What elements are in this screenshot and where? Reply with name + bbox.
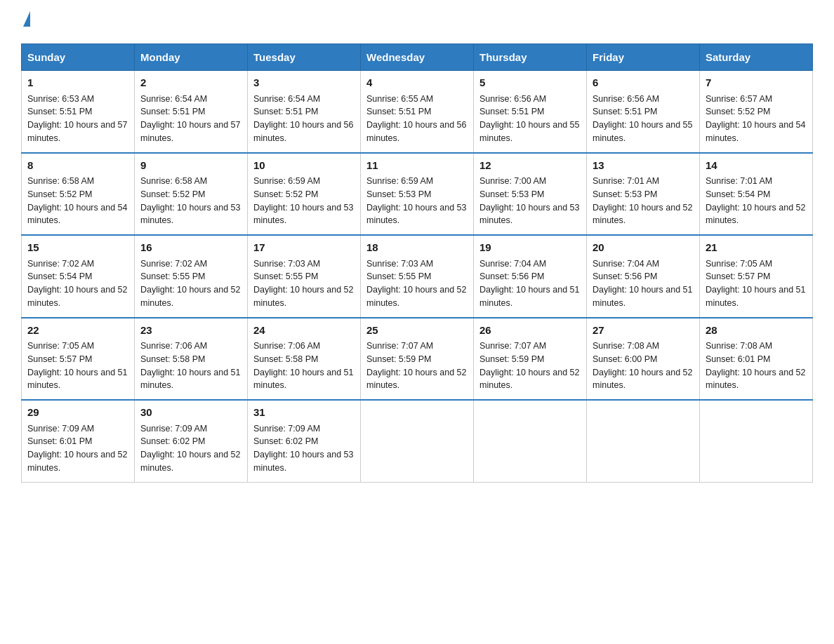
sunset-info: Sunset: 5:52 PM — [140, 189, 205, 199]
sunrise-info: Sunrise: 7:02 AM — [27, 259, 94, 269]
calendar-cell: 1Sunrise: 6:53 AMSunset: 5:51 PMDaylight… — [22, 71, 135, 153]
sunrise-info: Sunrise: 6:59 AM — [366, 176, 433, 186]
daylight-info: Daylight: 10 hours and 51 minutes. — [140, 368, 240, 391]
calendar-cell: 18Sunrise: 7:03 AMSunset: 5:55 PMDayligh… — [361, 235, 474, 318]
sunrise-info: Sunrise: 7:07 AM — [366, 341, 433, 351]
calendar-cell: 30Sunrise: 7:09 AMSunset: 6:02 PMDayligh… — [135, 400, 248, 482]
sunset-info: Sunset: 5:55 PM — [253, 271, 318, 281]
sunrise-info: Sunrise: 6:59 AM — [253, 176, 320, 186]
calendar-cell: 10Sunrise: 6:59 AMSunset: 5:52 PMDayligh… — [248, 153, 361, 236]
daylight-info: Daylight: 10 hours and 51 minutes. — [593, 285, 692, 308]
day-number: 3 — [253, 75, 355, 91]
daylight-info: Daylight: 10 hours and 56 minutes. — [366, 120, 466, 143]
sunset-info: Sunset: 5:51 PM — [140, 107, 205, 116]
calendar-cell: 14Sunrise: 7:01 AMSunset: 5:54 PMDayligh… — [700, 153, 813, 236]
daylight-info: Daylight: 10 hours and 52 minutes. — [593, 203, 692, 226]
daylight-info: Daylight: 10 hours and 52 minutes. — [593, 368, 692, 391]
sunrise-info: Sunrise: 7:08 AM — [706, 341, 772, 351]
calendar-cell: 23Sunrise: 7:06 AMSunset: 5:58 PMDayligh… — [135, 318, 248, 401]
day-number: 20 — [593, 240, 694, 256]
daylight-info: Daylight: 10 hours and 53 minutes. — [253, 203, 353, 226]
day-number: 31 — [253, 405, 355, 421]
calendar-cell: 21Sunrise: 7:05 AMSunset: 5:57 PMDayligh… — [700, 235, 813, 318]
calendar-week-row: 15Sunrise: 7:02 AMSunset: 5:54 PMDayligh… — [22, 235, 813, 318]
calendar-cell: 15Sunrise: 7:02 AMSunset: 5:54 PMDayligh… — [22, 235, 135, 318]
sunset-info: Sunset: 5:51 PM — [593, 107, 657, 116]
calendar-cell: 29Sunrise: 7:09 AMSunset: 6:01 PMDayligh… — [22, 400, 135, 482]
sunset-info: Sunset: 5:58 PM — [253, 354, 318, 364]
calendar-cell: 7Sunrise: 6:57 AMSunset: 5:52 PMDaylight… — [700, 71, 813, 153]
sunrise-info: Sunrise: 7:01 AM — [593, 176, 659, 186]
daylight-info: Daylight: 10 hours and 56 minutes. — [253, 120, 353, 143]
logo — [21, 14, 30, 29]
sunset-info: Sunset: 5:55 PM — [366, 271, 431, 281]
sunset-info: Sunset: 5:52 PM — [706, 107, 770, 116]
calendar-cell: 16Sunrise: 7:02 AMSunset: 5:55 PMDayligh… — [135, 235, 248, 318]
weekday-header-saturday: Saturday — [700, 44, 813, 71]
calendar-week-row: 29Sunrise: 7:09 AMSunset: 6:01 PMDayligh… — [22, 400, 813, 482]
calendar-cell: 4Sunrise: 6:55 AMSunset: 5:51 PMDaylight… — [361, 71, 474, 153]
day-number: 21 — [706, 240, 807, 256]
sunrise-info: Sunrise: 6:58 AM — [27, 176, 94, 186]
sunset-info: Sunset: 5:52 PM — [253, 189, 318, 199]
day-number: 17 — [253, 240, 355, 256]
daylight-info: Daylight: 10 hours and 51 minutes. — [479, 285, 579, 308]
day-number: 10 — [253, 158, 355, 174]
sunrise-info: Sunrise: 7:09 AM — [140, 424, 207, 434]
sunset-info: Sunset: 5:52 PM — [27, 189, 92, 199]
weekday-header-tuesday: Tuesday — [248, 44, 361, 71]
day-number: 30 — [140, 405, 241, 421]
day-number: 24 — [253, 323, 355, 339]
day-number: 18 — [366, 240, 468, 256]
sunset-info: Sunset: 5:59 PM — [366, 354, 431, 364]
sunrise-info: Sunrise: 7:04 AM — [593, 259, 659, 269]
sunset-info: Sunset: 5:53 PM — [479, 189, 544, 199]
daylight-info: Daylight: 10 hours and 54 minutes. — [706, 120, 805, 143]
weekday-header-monday: Monday — [135, 44, 248, 71]
daylight-info: Daylight: 10 hours and 51 minutes. — [706, 285, 805, 308]
daylight-info: Daylight: 10 hours and 51 minutes. — [253, 368, 353, 391]
calendar-cell: 31Sunrise: 7:09 AMSunset: 6:02 PMDayligh… — [248, 400, 361, 482]
sunset-info: Sunset: 5:57 PM — [27, 354, 92, 364]
sunrise-info: Sunrise: 6:57 AM — [706, 94, 772, 104]
sunrise-info: Sunrise: 6:56 AM — [593, 94, 659, 104]
day-number: 9 — [140, 158, 241, 174]
sunset-info: Sunset: 5:54 PM — [706, 189, 770, 199]
sunrise-info: Sunrise: 6:54 AM — [253, 94, 320, 104]
sunset-info: Sunset: 6:02 PM — [140, 436, 205, 446]
logo-triangle-icon — [23, 11, 30, 27]
day-number: 7 — [706, 75, 807, 91]
sunset-info: Sunset: 5:53 PM — [366, 189, 431, 199]
calendar-cell: 28Sunrise: 7:08 AMSunset: 6:01 PMDayligh… — [700, 318, 813, 401]
calendar-table: SundayMondayTuesdayWednesdayThursdayFrid… — [21, 43, 813, 483]
day-number: 15 — [27, 240, 128, 256]
sunset-info: Sunset: 5:51 PM — [27, 107, 92, 116]
sunset-info: Sunset: 6:01 PM — [706, 354, 770, 364]
calendar-cell: 25Sunrise: 7:07 AMSunset: 5:59 PMDayligh… — [361, 318, 474, 401]
calendar-cell: 9Sunrise: 6:58 AMSunset: 5:52 PMDaylight… — [135, 153, 248, 236]
sunrise-info: Sunrise: 7:02 AM — [140, 259, 207, 269]
weekday-header-sunday: Sunday — [22, 44, 135, 71]
day-number: 1 — [27, 75, 128, 91]
calendar-cell: 2Sunrise: 6:54 AMSunset: 5:51 PMDaylight… — [135, 71, 248, 153]
sunset-info: Sunset: 5:58 PM — [140, 354, 205, 364]
sunset-info: Sunset: 6:00 PM — [593, 354, 657, 364]
sunset-info: Sunset: 5:54 PM — [27, 271, 92, 281]
calendar-cell: 8Sunrise: 6:58 AMSunset: 5:52 PMDaylight… — [22, 153, 135, 236]
daylight-info: Daylight: 10 hours and 54 minutes. — [27, 203, 127, 226]
calendar-cell: 13Sunrise: 7:01 AMSunset: 5:53 PMDayligh… — [587, 153, 700, 236]
day-number: 29 — [27, 405, 128, 421]
calendar-cell: 3Sunrise: 6:54 AMSunset: 5:51 PMDaylight… — [248, 71, 361, 153]
sunrise-info: Sunrise: 7:00 AM — [479, 176, 546, 186]
daylight-info: Daylight: 10 hours and 52 minutes. — [253, 285, 353, 308]
day-number: 26 — [479, 323, 581, 339]
day-number: 5 — [479, 75, 581, 91]
daylight-info: Daylight: 10 hours and 51 minutes. — [27, 368, 127, 391]
daylight-info: Daylight: 10 hours and 52 minutes. — [140, 285, 240, 308]
day-number: 13 — [593, 158, 694, 174]
day-number: 25 — [366, 323, 468, 339]
page-header — [21, 14, 813, 29]
daylight-info: Daylight: 10 hours and 52 minutes. — [27, 450, 127, 473]
sunrise-info: Sunrise: 7:09 AM — [27, 424, 94, 434]
calendar-cell — [474, 400, 587, 482]
